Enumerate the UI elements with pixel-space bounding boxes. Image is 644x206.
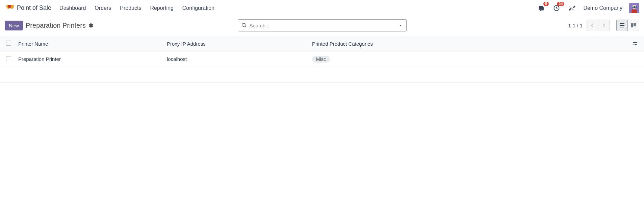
header-categories[interactable]: Printed Product Categories [312,41,628,47]
tools-icon[interactable] [568,4,576,13]
control-bar: New Preparation Printers 1-1 / 1 [0,16,644,36]
category-tag: Misc [312,56,330,63]
svg-rect-5 [635,6,636,7]
search-box [238,19,395,31]
svg-rect-14 [634,25,636,26]
cell-categories: Misc [312,56,628,63]
app-title[interactable]: Point of Sale [17,4,51,12]
search-dropdown-toggle[interactable] [395,19,407,31]
svg-rect-12 [631,23,633,27]
svg-rect-4 [632,6,634,7]
svg-rect-13 [634,23,636,25]
empty-row [0,83,644,98]
nav-products[interactable]: Products [120,5,141,11]
header-printer-name[interactable]: Printer Name [18,41,167,47]
top-nav: Point of Sale Dashboard Orders Products … [0,0,644,16]
cell-proxy-ip: localhost [167,56,312,62]
gear-icon[interactable] [88,23,93,28]
optional-fields-icon[interactable] [633,41,638,46]
search-input[interactable] [250,23,391,28]
activities-badge: 24 [557,2,564,6]
pager-text[interactable]: 1-1 / 1 [568,23,583,28]
breadcrumb: Preparation Printers [26,22,86,29]
nav-dashboard[interactable]: Dashboard [59,5,86,11]
empty-row [0,67,644,83]
app-logo-icon[interactable] [5,3,14,13]
table-header: Printer Name Proxy IP Address Printed Pr… [0,36,644,51]
nav-reporting[interactable]: Reporting [150,5,173,11]
svg-rect-6 [632,9,637,13]
svg-point-18 [636,44,637,45]
company-selector[interactable]: Demo Company [583,5,622,11]
avatar[interactable] [629,3,639,13]
nav-right: 5 24 Demo Company [537,3,639,13]
messages-badge: 5 [543,2,549,6]
messages-icon[interactable]: 5 [537,4,545,13]
pager-buttons [587,20,610,31]
nav-configuration[interactable]: Configuration [182,5,214,11]
list-view-button[interactable] [616,20,628,31]
select-all-checkbox[interactable] [6,41,11,46]
kanban-view-button[interactable] [628,20,639,31]
pager-prev-button[interactable] [587,20,598,31]
search-icon [241,23,247,28]
table-row[interactable]: Preparation Printer localhost Misc [0,51,644,67]
right-controls: 1-1 / 1 [568,20,639,31]
list-table: Printer Name Proxy IP Address Printed Pr… [0,36,644,98]
cell-printer-name: Preparation Printer [18,56,167,62]
pager-next-button[interactable] [598,20,610,31]
row-checkbox[interactable] [6,56,11,61]
search-container [238,19,407,31]
view-switcher [616,20,639,31]
svg-point-7 [242,23,245,26]
header-proxy-ip[interactable]: Proxy IP Address [167,41,312,47]
nav-links: Dashboard Orders Products Reporting Conf… [59,5,214,11]
svg-point-16 [634,42,635,43]
activities-icon[interactable]: 24 [552,4,561,13]
new-button[interactable]: New [5,21,23,30]
svg-line-8 [245,26,246,27]
nav-orders[interactable]: Orders [95,5,111,11]
